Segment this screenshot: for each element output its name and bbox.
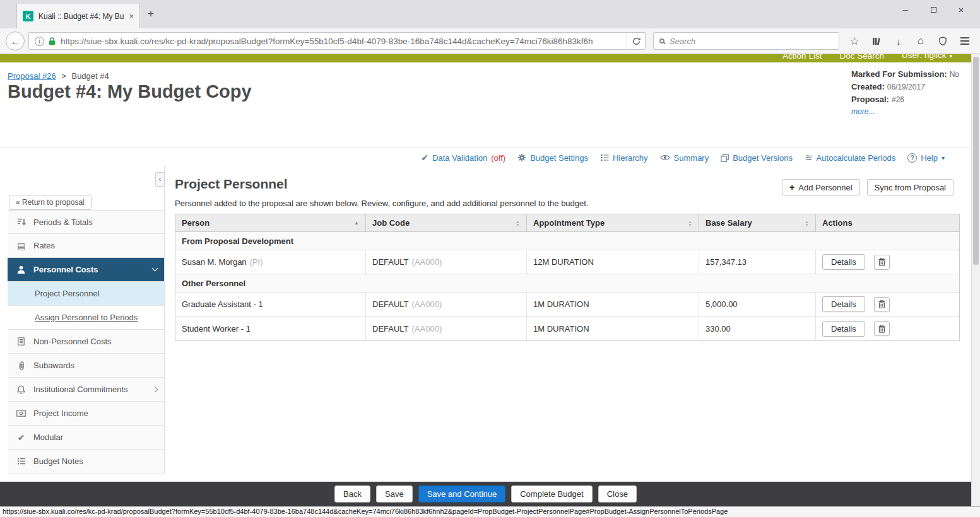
close-button[interactable]: ×	[947, 0, 975, 20]
eye-icon	[660, 154, 670, 161]
sort-icon: ▲▼	[516, 220, 520, 226]
kuali-logo-icon: K	[23, 11, 33, 21]
breadcrumb-current: Budget #4	[71, 71, 109, 81]
user-menu[interactable]: User: nglick▾	[902, 54, 952, 62]
hierarchy-button[interactable]: Hierarchy	[600, 153, 648, 163]
scrollbar-thumb[interactable]	[973, 57, 979, 265]
scrollbar-track[interactable]	[971, 54, 980, 506]
action-footer: Back Save Save and Continue Complete Bud…	[0, 482, 971, 506]
home-icon[interactable]: ⌂	[915, 35, 926, 47]
toolbar-icons: ☆ ↓ ⌂	[849, 35, 971, 48]
downloads-icon[interactable]: ↓	[893, 36, 904, 47]
budget-toolbar: ✔ Data Validation (off) Budget Settings …	[0, 147, 971, 168]
sidebar-item-budget-notes[interactable]: Budget Notes	[8, 450, 164, 473]
cell-person: Graduate Assistant - 1	[175, 293, 366, 317]
browser-window: K Kuali :: Budget #4: My Budg × + ─ × ← …	[0, 0, 980, 517]
table-row: Susan M. Morgan(PI) DEFAULT(AA000) 12M D…	[175, 250, 959, 274]
column-header-base-salary[interactable]: Base Salary ▲▼	[699, 214, 816, 232]
app-header: Action List Doc Search User: nglick▾	[0, 54, 971, 62]
sidebar-menu: Periods & Totals ▤ Rates Personnel Costs…	[8, 210, 164, 473]
data-validation-button[interactable]: ✔ Data Validation (off)	[421, 153, 505, 163]
hierarchy-icon	[600, 154, 609, 161]
doc-search-link[interactable]: Doc Search	[839, 54, 884, 62]
status-bar: https://siue-sbx.kuali.co/res/kc-pd-krad…	[0, 506, 980, 517]
details-button[interactable]: Details	[822, 296, 865, 312]
reload-button[interactable]	[627, 33, 645, 49]
browser-tab[interactable]: K Kuali :: Budget #4: My Budg ×	[16, 4, 140, 28]
column-header-person[interactable]: Person ▲	[175, 214, 366, 232]
delete-button[interactable]	[874, 297, 890, 312]
sidebar-collapse-button[interactable]: ‹	[155, 172, 165, 187]
bookmark-star-icon[interactable]: ☆	[849, 35, 860, 48]
sidebar-item-assign-personnel[interactable]: Assign Personnel to Periods	[8, 306, 164, 330]
trash-icon	[878, 258, 885, 266]
delete-button[interactable]	[874, 321, 890, 336]
summary-button[interactable]: Summary	[660, 153, 709, 163]
cell-job-code: DEFAULT(AA000)	[366, 293, 527, 317]
minimize-button[interactable]: ─	[892, 0, 919, 20]
sidebar-item-subawards[interactable]: Subawards	[8, 354, 164, 378]
back-page-button[interactable]: Back	[334, 485, 370, 502]
hamburger-menu-icon[interactable]	[959, 40, 971, 42]
sidebar-item-institutional-commitments[interactable]: Institutional Commitments	[8, 378, 164, 402]
delete-button[interactable]	[874, 255, 890, 270]
new-tab-button[interactable]: +	[148, 8, 154, 20]
url-input[interactable]	[56, 37, 627, 46]
paperclip-icon	[16, 361, 27, 370]
return-to-proposal-button[interactable]: « Return to proposal	[9, 195, 92, 210]
shield-icon[interactable]	[937, 37, 948, 45]
cell-appointment-type: 1M DURATION	[527, 317, 699, 340]
gear-icon	[517, 153, 526, 162]
check-icon: ✔	[421, 153, 428, 163]
sidebar-item-periods-totals[interactable]: Periods & Totals	[8, 210, 164, 234]
url-bar: i	[28, 32, 646, 50]
chevron-down-icon	[152, 265, 158, 272]
column-header-job-code[interactable]: Job Code ▲▼	[366, 214, 527, 232]
meta-label: Marked For Submission:	[851, 69, 947, 79]
add-personnel-button[interactable]: + Add Personnel	[782, 179, 859, 195]
budget-settings-button[interactable]: Budget Settings	[517, 153, 588, 163]
column-header-appointment-type[interactable]: Appointment Type ▲▼	[527, 214, 699, 232]
sidebar-item-project-personnel[interactable]: Project Personnel	[8, 282, 164, 306]
cell-base-salary: 5,000.00	[699, 293, 816, 317]
sync-from-proposal-button[interactable]: Sync from Proposal	[867, 179, 953, 195]
chevron-right-icon	[152, 386, 158, 393]
help-menu[interactable]: ? Help ▾	[907, 153, 945, 163]
info-icon[interactable]: i	[35, 37, 44, 46]
bell-icon	[16, 385, 27, 394]
save-button[interactable]: Save	[376, 485, 413, 502]
tab-strip: K Kuali :: Budget #4: My Budg × + ─ ×	[0, 0, 980, 28]
sidebar-item-project-income[interactable]: Project Income	[8, 402, 164, 426]
sidebar-item-rates[interactable]: ▤ Rates	[8, 234, 164, 258]
versions-icon	[721, 154, 729, 162]
cell-base-salary: 330.00	[699, 317, 816, 340]
autocalculate-icon: ≋	[805, 152, 813, 163]
close-page-button[interactable]: Close	[598, 485, 637, 502]
library-icon[interactable]	[871, 37, 882, 45]
sidebar-item-non-personnel-costs[interactable]: Non-Personnel Costs	[8, 330, 164, 354]
breadcrumb: Proposal #26 > Budget #4	[8, 71, 109, 81]
more-link[interactable]: more...	[851, 107, 968, 116]
action-list-link[interactable]: Action List	[782, 54, 822, 62]
back-button[interactable]: ←	[6, 32, 25, 50]
maximize-button[interactable]	[919, 0, 947, 20]
lock-icon[interactable]	[49, 37, 56, 45]
cash-icon	[16, 410, 27, 417]
details-button[interactable]: Details	[822, 321, 865, 337]
caret-down-icon: ▾	[949, 54, 952, 59]
sidebar-item-modular[interactable]: ✔ Modular	[8, 426, 164, 450]
autocalculate-periods-button[interactable]: ≋ Autocalculate Periods	[805, 152, 895, 163]
sidebar-item-personnel-costs[interactable]: Personnel Costs	[8, 258, 164, 282]
search-input[interactable]	[670, 37, 833, 46]
tab-close-icon[interactable]: ×	[129, 11, 134, 21]
breadcrumb-proposal-link[interactable]: Proposal #26	[8, 71, 56, 81]
details-button[interactable]: Details	[822, 254, 865, 270]
budget-sidebar: ‹ « Return to proposal Periods & Totals …	[8, 166, 165, 473]
search-icon	[659, 38, 664, 44]
save-and-continue-button[interactable]: Save and Continue	[418, 485, 506, 502]
reload-icon	[632, 37, 641, 45]
budget-versions-button[interactable]: Budget Versions	[721, 153, 793, 163]
page-title: Budget #4: My Budget Copy	[8, 81, 252, 102]
meta-value: No	[950, 70, 959, 79]
complete-budget-button[interactable]: Complete Budget	[511, 485, 592, 502]
